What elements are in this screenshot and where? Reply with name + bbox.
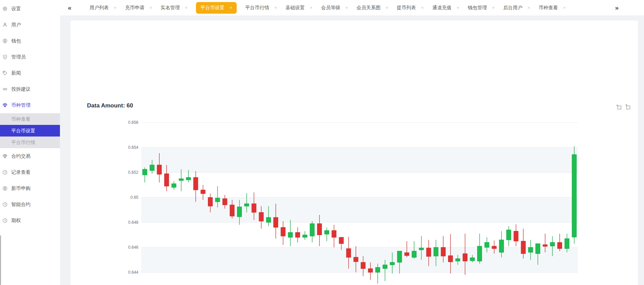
tab-label: 基础设置 bbox=[286, 5, 305, 11]
tab-币种查看[interactable]: 币种查看× bbox=[539, 5, 566, 11]
tab-钱包管理[interactable]: 钱包管理× bbox=[468, 5, 495, 11]
tab-label: 平台币行情 bbox=[245, 5, 269, 11]
tab-通道充值[interactable]: 通道充值× bbox=[432, 5, 459, 11]
contract-diamond-icon bbox=[2, 154, 8, 159]
sidebar-scrollbar[interactable] bbox=[0, 235, 1, 285]
sidebar-item[interactable]: 合约交易 bbox=[0, 148, 60, 164]
sidebar-item[interactable]: 新币申购 bbox=[0, 180, 60, 196]
tab-充币申请[interactable]: 充币申请× bbox=[125, 5, 152, 11]
tab-label: 会员等级 bbox=[321, 5, 340, 11]
sidebar-item[interactable]: 币种管理 bbox=[0, 97, 60, 113]
sidebar-item-label: 管理员 bbox=[11, 54, 26, 60]
gear-icon bbox=[2, 6, 8, 11]
tab-基础设置[interactable]: 基础设置× bbox=[286, 5, 313, 11]
tabs-scroll-left-icon[interactable]: « bbox=[66, 4, 73, 12]
tab-平台币行情[interactable]: 平台币行情× bbox=[245, 5, 277, 11]
sidebar-item-label: 新币申购 bbox=[11, 185, 30, 192]
tab-close-icon[interactable]: × bbox=[345, 5, 348, 10]
admin-shield-icon bbox=[2, 54, 8, 60]
sidebar-item-label: 币种管理 bbox=[11, 102, 30, 108]
sidebar-item-label: 期权 bbox=[11, 218, 21, 224]
restore-icon[interactable] bbox=[625, 104, 631, 110]
coin-diamond-icon bbox=[2, 103, 8, 108]
tab-label: 用户列表 bbox=[90, 5, 109, 11]
sidebar-item[interactable]: 记录查看 bbox=[0, 164, 60, 180]
sidebar-item[interactable]: 智能合约 bbox=[0, 196, 60, 212]
sidebar-item-label: 投拆建议 bbox=[11, 86, 30, 92]
tab-提币列表[interactable]: 提币列表× bbox=[397, 5, 424, 11]
tab-close-icon[interactable]: × bbox=[310, 5, 313, 10]
tab-close-icon[interactable]: × bbox=[563, 5, 566, 10]
sidebar-item[interactable]: 新闻 bbox=[0, 65, 60, 81]
tab-用户列表[interactable]: 用户列表× bbox=[90, 5, 117, 11]
tab-label: 实名管理 bbox=[161, 5, 180, 11]
sidebar-item[interactable]: 投拆建议 bbox=[0, 81, 60, 97]
tabbar: « 用户列表×充币申请×实名管理×平台币设置×平台币行情×基础设置×会员等级×会… bbox=[60, 0, 644, 15]
tab-close-icon[interactable]: × bbox=[114, 5, 117, 10]
smart-contract-icon bbox=[2, 202, 8, 207]
sidebar-item-label: 设置 bbox=[11, 6, 21, 12]
tab-close-icon[interactable]: × bbox=[492, 5, 495, 10]
sidebar-item[interactable]: 期权 bbox=[0, 212, 60, 229]
tab-平台币设置[interactable]: 平台币设置× bbox=[196, 2, 237, 14]
tab-label: 会员关系图 bbox=[357, 5, 381, 11]
tab-close-icon[interactable]: × bbox=[457, 5, 459, 10]
tab-label: 后台用户 bbox=[503, 5, 522, 11]
tab-label: 钱包管理 bbox=[468, 5, 487, 11]
sidebar-subitem[interactable]: 平台币行情 bbox=[0, 137, 60, 148]
sidebar-item-label: 新闻 bbox=[11, 70, 21, 76]
options-icon bbox=[2, 218, 8, 223]
tab-close-icon[interactable]: × bbox=[185, 5, 188, 10]
sidebar-item-label: 用户 bbox=[11, 22, 21, 28]
sidebar-item[interactable]: 设置 bbox=[0, 1, 60, 17]
sidebar: 设置用户钱包管理员新闻投拆建议币种管理币种查看平台币设置平台币行情合约交易记录查… bbox=[0, 0, 60, 285]
tab-label: 通道充值 bbox=[432, 5, 451, 11]
user-icon bbox=[2, 22, 8, 27]
sidebar-item-label: 智能合约 bbox=[11, 202, 30, 208]
tab-label: 币种查看 bbox=[539, 5, 558, 11]
tab-close-icon[interactable]: × bbox=[149, 5, 152, 10]
tab-close-icon[interactable]: × bbox=[230, 5, 232, 10]
new-coin-icon bbox=[2, 186, 8, 191]
tab-label: 提币列表 bbox=[397, 5, 416, 11]
tab-会员等级[interactable]: 会员等级× bbox=[321, 5, 348, 11]
sidebar-item[interactable]: 钱包 bbox=[0, 33, 60, 49]
tab-close-icon[interactable]: × bbox=[274, 5, 277, 10]
tab-close-icon[interactable]: × bbox=[386, 5, 388, 10]
tab-label: 充币申请 bbox=[125, 5, 144, 11]
tab-close-icon[interactable]: × bbox=[528, 5, 530, 10]
tab-close-icon[interactable]: × bbox=[421, 5, 424, 10]
wallet-icon bbox=[2, 38, 8, 43]
sidebar-item[interactable]: 用户 bbox=[0, 17, 60, 33]
tab-label: 平台币设置 bbox=[200, 5, 224, 11]
sidebar-item[interactable]: 管理员 bbox=[0, 49, 60, 65]
sidebar-submenu: 币种查看平台币设置平台币行情 bbox=[0, 113, 60, 148]
sidebar-item-label: 钱包 bbox=[11, 38, 21, 44]
sidebar-subitem[interactable]: 币种查看 bbox=[0, 113, 60, 125]
box-zoom-icon[interactable] bbox=[616, 104, 622, 110]
platform-coin-settings-panel bbox=[71, 21, 638, 285]
feedback-icon bbox=[2, 87, 8, 92]
sidebar-item-label: 合约交易 bbox=[11, 153, 30, 159]
tab-后台用户[interactable]: 后台用户× bbox=[503, 5, 530, 11]
sidebar-subitem[interactable]: 平台币设置 bbox=[0, 125, 60, 137]
tab-实名管理[interactable]: 实名管理× bbox=[161, 5, 188, 11]
tabs-scroll-right-icon[interactable]: » bbox=[614, 4, 620, 12]
history-icon bbox=[2, 170, 8, 175]
news-tag-icon bbox=[2, 70, 8, 76]
sidebar-item-label: 记录查看 bbox=[11, 169, 30, 176]
tabs-list: 用户列表×充币申请×实名管理×平台币设置×平台币行情×基础设置×会员等级×会员关… bbox=[90, 2, 574, 14]
data-amount-label: Data Amount: 60 bbox=[87, 102, 133, 109]
tab-会员关系图[interactable]: 会员关系图× bbox=[357, 5, 388, 11]
